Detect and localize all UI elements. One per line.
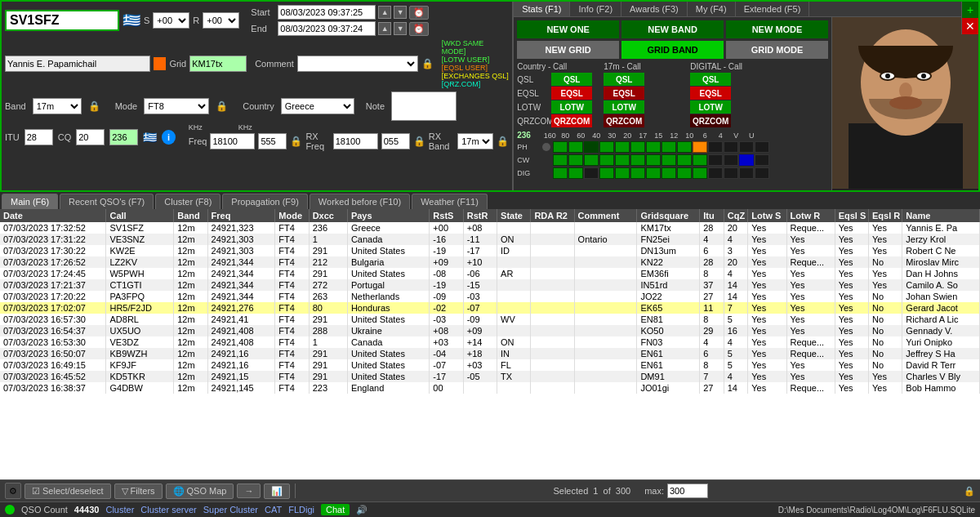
r-select[interactable]: +00+01-01 — [203, 12, 239, 29]
end-up-btn[interactable]: ▲ — [378, 22, 391, 35]
grid-mode-btn[interactable]: GRID MODE — [726, 41, 828, 59]
table-row[interactable]: 07/03/2023 16:38:37G4DBW12m24921,145FT42… — [0, 382, 980, 394]
col-header-freq[interactable]: Freq — [207, 209, 275, 222]
info-icon[interactable]: i — [162, 130, 176, 145]
eqsl-country-box[interactable]: EQSL — [551, 87, 592, 100]
lotw-country-box[interactable]: LOTW — [551, 100, 592, 114]
tab-awards[interactable]: Awards (F3) — [621, 2, 688, 16]
band-select[interactable]: 17m12m10m — [33, 98, 82, 114]
lookup-btn[interactable] — [154, 57, 167, 70]
cat-link[interactable]: CAT — [265, 505, 282, 515]
table-row[interactable]: 07/03/2023 17:31:22VE3SNZ12m24921,303FT4… — [0, 234, 980, 245]
side-x-icon[interactable]: ✕ — [962, 18, 978, 34]
note-textarea[interactable] — [391, 91, 457, 121]
cluster-server-link[interactable]: Cluster server — [140, 505, 196, 515]
col-header-lotws[interactable]: Lotw S — [748, 209, 786, 222]
lotw-digital-box[interactable]: LOTW — [690, 100, 731, 114]
col-header-band[interactable]: Band — [174, 209, 207, 222]
new-grid-btn[interactable]: NEW GRID — [517, 41, 619, 59]
select-deselect-btn[interactable]: ☑ Select/deselect — [24, 484, 111, 499]
itu-input[interactable]: 28 — [24, 129, 53, 145]
end-down-btn[interactable]: ▼ — [394, 22, 407, 35]
new-band-btn[interactable]: NEW BAND — [621, 20, 724, 38]
start-down-btn[interactable]: ▼ — [394, 6, 407, 19]
tab-weather[interactable]: Weather (F11) — [412, 194, 488, 209]
chat-button[interactable]: Chat — [321, 504, 350, 515]
col-header-call[interactable]: Call — [106, 209, 174, 222]
col-header-state[interactable]: State — [497, 209, 531, 222]
qrz-digital-box[interactable]: QRZCOM — [690, 114, 731, 127]
tab-recent[interactable]: Recent QSO's (F7) — [60, 194, 154, 209]
new-one-btn[interactable]: NEW ONE — [517, 20, 619, 38]
table-row[interactable]: 07/03/2023 16:45:52KD5TKR12m24921,15FT42… — [0, 371, 980, 382]
qsl-country-box[interactable]: QSL — [551, 73, 592, 86]
grid-band-btn[interactable]: GRID BAND — [621, 41, 724, 59]
col-header-itu[interactable]: Itu — [700, 209, 724, 222]
cq-input[interactable]: 20 — [76, 129, 105, 145]
col-header-dxcc[interactable]: Dxcc — [309, 209, 347, 222]
table-row[interactable]: 07/03/2023 17:20:22PA3FPQ12m24921,344FT4… — [0, 291, 980, 302]
col-header-lotwr[interactable]: Lotw R — [786, 209, 835, 222]
qrz-17m-box[interactable]: QRZCOM — [604, 114, 644, 127]
rx-freq-input[interactable]: 18100 — [333, 133, 378, 149]
dxcc-input[interactable]: 236 — [109, 129, 138, 145]
table-row[interactable]: 07/03/2023 16:53:30VE3DZ12m24921,408FT41… — [0, 336, 980, 348]
start-time-input[interactable]: 08/03/2023 09:37:25 — [278, 5, 376, 20]
col-header-eqslr[interactable]: Eqsl R — [868, 209, 902, 222]
lotw-17m-box[interactable]: LOTW — [604, 100, 644, 114]
grid-input[interactable]: KM17tx — [189, 56, 247, 72]
table-row[interactable]: 07/03/2023 16:49:15KF9JF12m24921,16FT429… — [0, 359, 980, 371]
col-header-rsts[interactable]: RstS — [430, 209, 463, 222]
rx-freq2-input[interactable]: 055 — [381, 133, 410, 149]
qso-map-btn[interactable]: 🌐 QSO Map — [166, 484, 234, 499]
col-header-name[interactable]: Name — [902, 209, 980, 222]
excel-btn[interactable]: 📊 — [264, 484, 290, 499]
table-row[interactable]: 07/03/2023 17:26:52LZ2KV12m24921,344FT42… — [0, 256, 980, 268]
end-clock-btn[interactable]: ⏰ — [409, 22, 429, 36]
table-row[interactable]: 07/03/2023 16:50:07KB9WZH12m24921,16FT42… — [0, 348, 980, 359]
max-input[interactable]: 300 — [667, 484, 708, 498]
tab-stats[interactable]: Stats (F1) — [514, 2, 570, 16]
side-up-icon[interactable]: + — [962, 2, 978, 18]
col-header-rda[interactable]: RDA R2 — [531, 209, 574, 222]
freq-input[interactable]: 18100 — [210, 133, 255, 149]
eqsl-17m-box[interactable]: EQSL — [604, 87, 644, 100]
name-input[interactable]: Yannis E. Papamichail — [5, 56, 150, 72]
qrz-country-box[interactable]: QRZCOM — [551, 114, 592, 127]
table-row[interactable]: 07/03/2023 17:02:07HR5/F2JD12m24921,276F… — [0, 302, 980, 314]
tab-extended[interactable]: Extended (F5) — [736, 2, 810, 16]
col-header-comment[interactable]: Comment — [574, 209, 637, 222]
comment-select[interactable] — [297, 56, 418, 72]
table-row[interactable]: 07/03/2023 16:57:30AD8RL12m24921,41FT429… — [0, 314, 980, 325]
super-cluster-link[interactable]: Super Cluster — [203, 505, 258, 515]
tab-cluster[interactable]: Cluster (F8) — [155, 194, 220, 209]
col-header-grid[interactable]: Gridsquare — [637, 209, 700, 222]
table-row[interactable]: 07/03/2023 17:30:22KW2E12m24921,303FT429… — [0, 245, 980, 256]
start-up-btn[interactable]: ▲ — [378, 6, 391, 19]
table-row[interactable]: 07/03/2023 16:54:37UX5UO12m24921,408FT42… — [0, 325, 980, 336]
mode-select[interactable]: FT8FT4SSB — [144, 98, 209, 114]
new-mode-btn[interactable]: NEW MODE — [726, 20, 828, 38]
arrow-btn[interactable]: → — [237, 484, 261, 498]
qsl-17m-box[interactable]: QSL — [604, 73, 644, 86]
rx-band-select[interactable]: 17m — [457, 133, 493, 149]
settings-icon-btn[interactable]: ⚙ — [5, 483, 21, 499]
log-table-container[interactable]: Date Call Band Freq Mode Dxcc Pays RstS … — [0, 209, 980, 479]
col-header-date[interactable]: Date — [0, 209, 106, 222]
table-row[interactable]: 07/03/2023 17:32:52SV1SFZ12m24921,323FT4… — [0, 222, 980, 234]
col-header-rstr[interactable]: RstR — [463, 209, 497, 222]
col-header-mode[interactable]: Mode — [275, 209, 309, 222]
tab-info[interactable]: Info (F2) — [570, 2, 621, 16]
eqsl-digital-box[interactable]: EQSL — [690, 87, 731, 100]
table-row[interactable]: 07/03/2023 17:24:45W5PWH12m24921,344FT42… — [0, 268, 980, 279]
tab-my[interactable]: My (F4) — [688, 2, 736, 16]
col-header-eqsls[interactable]: Eqsl S — [835, 209, 868, 222]
col-header-cqz[interactable]: CqZ — [724, 209, 748, 222]
qsl-digital-box[interactable]: QSL — [690, 73, 731, 86]
cluster-link[interactable]: Cluster — [105, 505, 134, 515]
start-clock-btn[interactable]: ⏰ — [409, 6, 429, 20]
country-select[interactable]: Greece — [281, 98, 354, 114]
col-header-pays[interactable]: Pays — [347, 209, 429, 222]
tab-worked[interactable]: Worked before (F10) — [310, 194, 410, 209]
tab-propagation[interactable]: Propagation (F9) — [222, 194, 308, 209]
